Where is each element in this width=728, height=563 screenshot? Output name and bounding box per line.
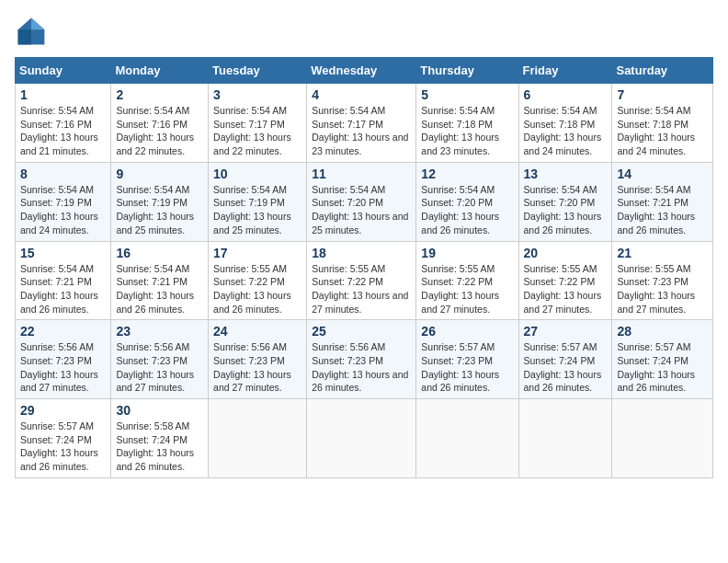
sunset-label: Sunset: 7:23 PM (421, 355, 493, 366)
calendar-cell: 4 Sunrise: 5:54 AM Sunset: 7:17 PM Dayli… (307, 84, 416, 163)
day-info: Sunrise: 5:57 AM Sunset: 7:24 PM Dayligh… (617, 340, 708, 395)
day-number: 1 (20, 87, 106, 102)
day-number: 23 (116, 324, 203, 339)
sunset-label: Sunset: 7:23 PM (617, 276, 688, 287)
sunset-label: Sunset: 7:21 PM (617, 197, 688, 208)
daylight-label: Daylight: 13 hours and 26 minutes. (421, 369, 499, 394)
sunrise-label: Sunrise: 5:54 AM (421, 184, 495, 195)
sunrise-label: Sunrise: 5:54 AM (617, 184, 690, 195)
day-info: Sunrise: 5:57 AM Sunset: 7:24 PM Dayligh… (20, 419, 106, 474)
day-number: 5 (421, 87, 513, 102)
sunset-label: Sunset: 7:22 PM (421, 276, 493, 287)
sunset-label: Sunset: 7:22 PM (213, 276, 285, 287)
daylight-label: Daylight: 13 hours and 22 minutes. (116, 132, 194, 156)
day-info: Sunrise: 5:54 AM Sunset: 7:19 PM Dayligh… (20, 183, 106, 237)
sunset-label: Sunset: 7:19 PM (20, 197, 92, 208)
day-number: 8 (20, 167, 106, 181)
sunrise-label: Sunrise: 5:55 AM (312, 263, 385, 274)
day-info: Sunrise: 5:58 AM Sunset: 7:24 PM Dayligh… (116, 419, 203, 474)
calendar-cell: 3 Sunrise: 5:54 AM Sunset: 7:17 PM Dayli… (209, 84, 307, 163)
sunrise-label: Sunrise: 5:54 AM (116, 105, 189, 116)
calendar-cell: 16 Sunrise: 5:54 AM Sunset: 7:21 PM Dayl… (111, 241, 209, 320)
header-cell-sunday: Sunday (16, 58, 111, 84)
calendar-week-5: 29 Sunrise: 5:57 AM Sunset: 7:24 PM Dayl… (16, 399, 713, 478)
calendar-cell: 22 Sunrise: 5:56 AM Sunset: 7:23 PM Dayl… (16, 320, 111, 399)
calendar-week-1: 1 Sunrise: 5:54 AM Sunset: 7:16 PM Dayli… (16, 84, 713, 163)
daylight-label: Daylight: 13 hours and 27 minutes. (617, 290, 695, 315)
sunset-label: Sunset: 7:23 PM (20, 355, 92, 366)
sunset-label: Sunset: 7:18 PM (617, 119, 688, 130)
daylight-label: Daylight: 13 hours and 24 minutes. (524, 132, 602, 156)
day-info: Sunrise: 5:54 AM Sunset: 7:20 PM Dayligh… (421, 183, 513, 237)
day-number: 13 (524, 167, 608, 181)
day-info: Sunrise: 5:54 AM Sunset: 7:21 PM Dayligh… (116, 262, 203, 316)
sunset-label: Sunset: 7:16 PM (20, 119, 92, 130)
calendar-week-4: 22 Sunrise: 5:56 AM Sunset: 7:23 PM Dayl… (16, 320, 713, 399)
day-info: Sunrise: 5:54 AM Sunset: 7:19 PM Dayligh… (116, 183, 203, 237)
daylight-label: Daylight: 13 hours and 24 minutes. (20, 211, 98, 236)
sunset-label: Sunset: 7:19 PM (116, 197, 188, 208)
sunrise-label: Sunrise: 5:56 AM (312, 341, 385, 352)
sunset-label: Sunset: 7:24 PM (524, 355, 596, 366)
daylight-label: Daylight: 13 hours and 26 minutes. (524, 211, 602, 236)
calendar-cell: 18 Sunrise: 5:55 AM Sunset: 7:22 PM Dayl… (307, 241, 416, 320)
day-number: 15 (20, 246, 106, 260)
calendar-cell: 8 Sunrise: 5:54 AM Sunset: 7:19 PM Dayli… (16, 162, 111, 241)
daylight-label: Daylight: 13 hours and 26 minutes. (312, 369, 408, 394)
day-info: Sunrise: 5:56 AM Sunset: 7:23 PM Dayligh… (213, 340, 301, 395)
day-info: Sunrise: 5:54 AM Sunset: 7:20 PM Dayligh… (312, 183, 411, 237)
sunset-label: Sunset: 7:17 PM (213, 119, 285, 130)
calendar-cell: 9 Sunrise: 5:54 AM Sunset: 7:19 PM Dayli… (111, 162, 209, 241)
sunset-label: Sunset: 7:21 PM (20, 276, 92, 287)
sunset-label: Sunset: 7:19 PM (213, 197, 285, 208)
daylight-label: Daylight: 13 hours and 24 minutes. (617, 132, 695, 156)
calendar-cell: 30 Sunrise: 5:58 AM Sunset: 7:24 PM Dayl… (111, 399, 209, 478)
daylight-label: Daylight: 13 hours and 26 minutes. (20, 447, 98, 472)
day-info: Sunrise: 5:54 AM Sunset: 7:18 PM Dayligh… (421, 104, 513, 158)
sunset-label: Sunset: 7:23 PM (213, 355, 285, 366)
sunrise-label: Sunrise: 5:55 AM (213, 263, 287, 274)
day-number: 27 (524, 324, 608, 339)
calendar-cell (518, 399, 612, 478)
daylight-label: Daylight: 13 hours and 26 minutes. (617, 369, 695, 394)
calendar-cell: 27 Sunrise: 5:57 AM Sunset: 7:24 PM Dayl… (518, 320, 612, 399)
svg-marker-2 (18, 29, 31, 44)
sunset-label: Sunset: 7:17 PM (312, 119, 383, 130)
calendar-cell (307, 399, 416, 478)
logo (15, 15, 51, 48)
sunset-label: Sunset: 7:20 PM (421, 197, 493, 208)
day-info: Sunrise: 5:57 AM Sunset: 7:23 PM Dayligh… (421, 340, 513, 395)
sunrise-label: Sunrise: 5:56 AM (20, 341, 94, 352)
calendar-cell (209, 399, 307, 478)
day-info: Sunrise: 5:55 AM Sunset: 7:22 PM Dayligh… (312, 262, 411, 316)
day-number: 4 (312, 87, 411, 102)
calendar-cell: 21 Sunrise: 5:55 AM Sunset: 7:23 PM Dayl… (612, 241, 713, 320)
daylight-label: Daylight: 13 hours and 26 minutes. (421, 211, 499, 236)
calendar-cell: 23 Sunrise: 5:56 AM Sunset: 7:23 PM Dayl… (111, 320, 209, 399)
sunrise-label: Sunrise: 5:55 AM (421, 263, 495, 274)
sunrise-label: Sunrise: 5:54 AM (421, 105, 495, 116)
calendar-cell: 29 Sunrise: 5:57 AM Sunset: 7:24 PM Dayl… (16, 399, 111, 478)
sunrise-label: Sunrise: 5:57 AM (617, 341, 690, 352)
sunrise-label: Sunrise: 5:54 AM (312, 105, 385, 116)
day-info: Sunrise: 5:54 AM Sunset: 7:20 PM Dayligh… (524, 183, 608, 237)
sunrise-label: Sunrise: 5:54 AM (312, 184, 385, 195)
sunset-label: Sunset: 7:16 PM (116, 119, 188, 130)
day-number: 24 (213, 324, 301, 339)
header-cell-monday: Monday (111, 58, 209, 84)
calendar-cell: 24 Sunrise: 5:56 AM Sunset: 7:23 PM Dayl… (209, 320, 307, 399)
day-info: Sunrise: 5:54 AM Sunset: 7:21 PM Dayligh… (20, 262, 106, 316)
sunset-label: Sunset: 7:22 PM (524, 276, 596, 287)
daylight-label: Daylight: 13 hours and 23 minutes. (421, 132, 499, 156)
sunset-label: Sunset: 7:23 PM (312, 355, 383, 366)
sunrise-label: Sunrise: 5:54 AM (20, 105, 94, 116)
day-number: 3 (213, 87, 301, 102)
sunrise-label: Sunrise: 5:57 AM (421, 341, 495, 352)
day-number: 17 (213, 246, 301, 260)
day-number: 28 (617, 324, 708, 339)
sunset-label: Sunset: 7:18 PM (421, 119, 493, 130)
day-number: 7 (617, 87, 708, 102)
header-cell-saturday: Saturday (612, 58, 713, 84)
day-number: 21 (617, 246, 708, 260)
page-header (15, 15, 713, 48)
